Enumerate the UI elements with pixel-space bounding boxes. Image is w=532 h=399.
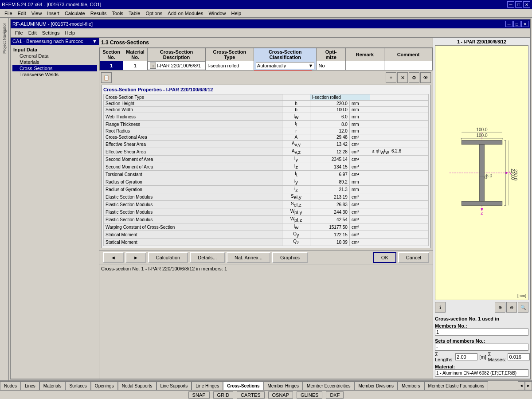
project-navigator: CA1 - Bemessung nach Eurococ ▼ Input Dat… [11, 38, 99, 379]
prop-row-iz: Radius of Gyration iz 21.3 mm [104, 186, 429, 193]
snap-cartes[interactable]: CARTES [237, 391, 264, 399]
nav-input-data[interactable]: Input Data [12, 47, 97, 53]
tab-cross-sections[interactable]: Cross-Sections [223, 381, 263, 390]
module-close[interactable]: ✕ [521, 21, 528, 27]
graphics-btn[interactable]: Graphics [272, 252, 308, 263]
mod-menu-help[interactable]: Help [62, 29, 78, 36]
back-btn[interactable]: ◄ [103, 252, 124, 263]
tab-line-supports[interactable]: Line Supports [156, 381, 192, 390]
members-input[interactable] [435, 329, 528, 336]
classification-arrow: ▼ [309, 63, 313, 68]
lengths-input[interactable] [455, 353, 477, 360]
close-btn[interactable]: ✕ [523, 1, 530, 8]
calculation-btn[interactable]: Calculation [148, 252, 188, 263]
menu-help[interactable]: Help [229, 10, 244, 17]
tab-nodal-supports[interactable]: Nodal Supports [118, 381, 156, 390]
menu-insert[interactable]: Insert [44, 10, 62, 17]
nat-annex-btn[interactable]: Nat. Annex... [227, 252, 270, 263]
ok-btn[interactable]: OK [373, 252, 396, 263]
table-del-btn[interactable]: ✕ [397, 72, 408, 83]
module-maximize[interactable]: □ [513, 21, 520, 27]
mod-menu-settings[interactable]: Settings [39, 29, 63, 36]
table-settings-btn[interactable]: ⚙ [409, 72, 419, 83]
tab-line-hinges[interactable]: Line Hinges [192, 381, 223, 390]
menu-options[interactable]: Options [143, 10, 165, 17]
tab-member-hinges[interactable]: Member Hinges [264, 381, 303, 390]
menu-tools[interactable]: Tools [109, 10, 126, 17]
snap-dxf[interactable]: DXF [326, 391, 344, 399]
tab-scroll-right[interactable]: ► [525, 381, 532, 390]
cs-search-btn[interactable]: 🔍 [518, 302, 528, 313]
prop-name-r: Root Radius [104, 128, 282, 134]
minimize-btn[interactable]: ─ [507, 1, 514, 8]
prop-unit-r: mm [349, 128, 370, 134]
col-type: Cross-SectionType [205, 48, 254, 61]
tab-nodes[interactable]: Nodes [0, 381, 21, 390]
prop-sym-Iz: Iz [282, 163, 310, 171]
prop-val-It: 6.97 [310, 171, 349, 178]
prop-extra-Iw [370, 223, 429, 231]
tab-member-divisions[interactable]: Member Divisions [354, 381, 397, 390]
forward-btn[interactable]: ► [125, 252, 146, 263]
cs-zoom-out-btn[interactable]: ⊖ [506, 302, 517, 313]
tab-openings[interactable]: Openings [91, 381, 118, 390]
cs-zoom-in-btn[interactable]: ⊕ [495, 302, 505, 313]
snap-snap[interactable]: SNAP [188, 391, 210, 399]
snap-grid[interactable]: GRID [213, 391, 234, 399]
table-add-btn[interactable]: + [386, 72, 396, 83]
module-minimize[interactable]: ─ [505, 21, 512, 27]
prop-unit-type [370, 94, 429, 101]
cs-info-btn[interactable]: ℹ [435, 302, 446, 313]
tab-scroll-left[interactable]: ◄ [518, 381, 525, 390]
prop-sym-iy: iy [282, 178, 310, 186]
prop-extra-tf [370, 121, 429, 128]
menu-edit[interactable]: Edit [15, 10, 29, 17]
sets-input[interactable] [435, 344, 528, 351]
cs-used-in-label: Cross-section No. 1 used in [435, 316, 528, 321]
menu-view[interactable]: View [29, 10, 45, 17]
nav-cross-sections[interactable]: Cross-Sections [12, 65, 97, 71]
table-view-btn[interactable]: 👁 [420, 72, 431, 83]
cancel-btn[interactable]: Cancel [398, 252, 429, 263]
prop-sym-b: b [282, 107, 310, 113]
import-btn[interactable]: 📋 [101, 72, 112, 83]
col-optimize: Opti-mize [317, 48, 345, 61]
nav-materials[interactable]: Materials [12, 59, 97, 65]
maximize-btn[interactable]: □ [515, 1, 522, 8]
snap-glines[interactable]: GLINES [297, 391, 322, 399]
menu-window[interactable]: Window [206, 10, 228, 17]
menu-results[interactable]: Results [88, 10, 110, 17]
tab-surfaces[interactable]: Surfaces [65, 381, 90, 390]
project-nav-dropdown-icon[interactable]: ▼ [92, 39, 97, 44]
prop-sym-Sely: Sel,y [282, 193, 310, 201]
prop-extra-It [370, 171, 429, 178]
prop-unit-Wplz: cm³ [349, 216, 370, 223]
mod-menu-file[interactable]: File [12, 29, 26, 36]
outer-menubar: File Edit View Insert Calculate Results … [0, 9, 532, 18]
prop-row-It: Torsional Constant It 6.97 cm⁴ [104, 171, 429, 178]
prop-extra-Sely [370, 193, 429, 201]
details-btn[interactable]: Details... [190, 252, 225, 263]
classification-dropdown-trigger[interactable]: Automatically ▼ [256, 62, 315, 69]
prop-extra-iz [370, 186, 429, 193]
prop-name-Iz: Second Moment of Area [104, 163, 282, 171]
menu-table[interactable]: Table [126, 10, 143, 17]
snap-osnap[interactable]: OSNAP [268, 391, 293, 399]
masses-input[interactable] [508, 353, 530, 360]
tab-member-eccentricities[interactable]: Member Eccentricities [303, 381, 354, 390]
tab-members[interactable]: Members [398, 381, 424, 390]
menu-addon[interactable]: Add-on Modules [165, 10, 206, 17]
tab-lines[interactable]: Lines [21, 381, 39, 390]
mod-menu-edit[interactable]: Edit [26, 29, 39, 36]
svg-text:220.0: 220.0 [510, 168, 515, 180]
prop-unit-Qz: cm³ [349, 239, 370, 246]
menu-file[interactable]: File [2, 10, 15, 17]
tab-member-elastic-foundations[interactable]: Member Elastic Foundations [424, 381, 489, 390]
nav-transverse-welds[interactable]: Transverse Welds [12, 71, 97, 78]
menu-calculate[interactable]: Calculate [62, 10, 88, 17]
prop-row-Wply: Plastic Section Modulus Wpl,y 244.30 cm³ [104, 208, 429, 216]
nav-general-data[interactable]: General Data [12, 53, 97, 59]
tab-materials[interactable]: Materials [39, 381, 66, 390]
prop-val-iz: 21.3 [310, 186, 349, 193]
cell-material-no: 1 [123, 61, 148, 70]
